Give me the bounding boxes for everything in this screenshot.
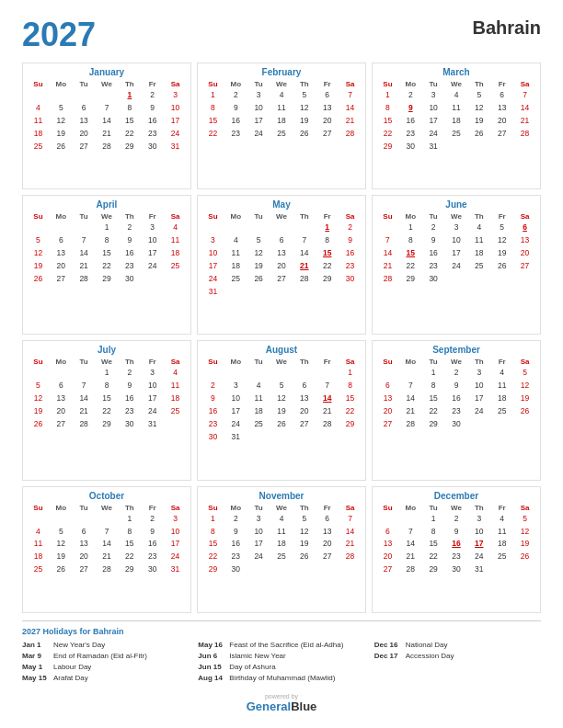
day: 20 xyxy=(376,551,399,563)
holiday-date: Jan 1 xyxy=(22,640,50,651)
day: 14 xyxy=(96,115,119,128)
day: 21 xyxy=(73,260,96,273)
day-empty xyxy=(293,367,316,380)
country-title: Bahrain xyxy=(473,18,541,37)
day: 5 xyxy=(513,367,536,380)
day-empty xyxy=(27,222,50,234)
day-empty xyxy=(27,367,50,380)
day: 26 xyxy=(293,551,316,563)
holiday-column: Dec 16National DayDec 17Accession Day xyxy=(374,640,541,684)
day: 27 xyxy=(316,551,339,563)
day: 10 xyxy=(164,526,187,539)
day: 11 xyxy=(490,380,513,392)
day: 26 xyxy=(27,418,50,431)
day: 16 xyxy=(445,538,468,551)
holiday-date: May 16 xyxy=(198,640,225,651)
day: 16 xyxy=(141,538,164,551)
day: 16 xyxy=(118,392,141,405)
holiday-name: Birthday of Muhammad (Mawlid) xyxy=(229,673,335,684)
day: 2 xyxy=(118,367,141,380)
footer: powered by GeneralBlue xyxy=(22,693,541,713)
day: 15 xyxy=(201,538,224,551)
day: 10 xyxy=(164,102,187,115)
day-empty xyxy=(50,89,73,102)
day-empty xyxy=(50,367,73,380)
day: 22 xyxy=(201,551,224,563)
page-header: 2027 Bahrain xyxy=(22,18,541,51)
day: 27 xyxy=(73,563,96,576)
day: 31 xyxy=(164,563,187,576)
days-grid: 1234567891011121314151617181920212223242… xyxy=(201,367,362,443)
day: 5 xyxy=(490,222,513,234)
day: 11 xyxy=(270,102,293,115)
holiday-name: Islamic New Year xyxy=(229,651,285,662)
day: 20 xyxy=(316,115,339,128)
month-block-september: SeptemberSuMoTuWeThFrSa12345678910111213… xyxy=(372,340,541,480)
day: 1 xyxy=(201,513,224,526)
day: 10 xyxy=(467,526,490,539)
day: 10 xyxy=(247,526,270,539)
day: 10 xyxy=(224,392,247,405)
day: 3 xyxy=(467,513,490,526)
day: 18 xyxy=(490,392,513,405)
day: 25 xyxy=(270,128,293,141)
month-block-july: JulySuMoTuWeThFrSa1234567891011121314151… xyxy=(22,340,191,480)
holiday-date: Jun 15 xyxy=(198,662,225,673)
day: 10 xyxy=(445,234,468,247)
day: 20 xyxy=(50,405,73,418)
day: 24 xyxy=(467,551,490,563)
day: 12 xyxy=(513,380,536,392)
day: 30 xyxy=(118,273,141,286)
day-empty xyxy=(50,513,73,526)
day: 17 xyxy=(164,538,187,551)
brand-label: GeneralBlue xyxy=(22,700,541,713)
holiday-item: Jan 1New Year's Day xyxy=(22,640,189,651)
day: 14 xyxy=(339,526,362,539)
day: 2 xyxy=(201,380,224,392)
month-block-march: MarchSuMoTuWeThFrSa123456789101112131415… xyxy=(372,63,541,189)
month-block-april: AprilSuMoTuWeThFrSa123456789101112131415… xyxy=(22,195,191,335)
day: 15 xyxy=(316,247,339,260)
day: 20 xyxy=(376,405,399,418)
holiday-column: May 16Feast of the Sacrifice (Eid al-Adh… xyxy=(198,640,364,684)
days-grid: 1234567891011121314151617181920212223242… xyxy=(376,89,536,153)
day: 2 xyxy=(118,222,141,234)
day: 15 xyxy=(96,247,119,260)
week-header: SuMoTuWeThFrSa xyxy=(201,357,362,367)
day-empty xyxy=(247,222,270,234)
day: 30 xyxy=(445,563,468,576)
day: 29 xyxy=(376,141,399,154)
day-empty xyxy=(270,367,293,380)
day: 3 xyxy=(247,89,270,102)
day: 4 xyxy=(27,102,50,115)
day: 28 xyxy=(316,418,339,431)
day: 26 xyxy=(247,273,270,286)
day: 17 xyxy=(247,538,270,551)
days-grid: 1234567891011121314151617181920212223242… xyxy=(201,222,362,298)
day: 1 xyxy=(96,367,119,380)
day: 5 xyxy=(293,513,316,526)
day: 13 xyxy=(73,538,96,551)
month-name: February xyxy=(201,67,362,77)
day: 18 xyxy=(445,115,468,128)
holiday-item: Jun 6Islamic New Year xyxy=(198,651,364,662)
day: 3 xyxy=(445,222,468,234)
day: 27 xyxy=(513,260,536,273)
day: 9 xyxy=(118,234,141,247)
day: 27 xyxy=(293,418,316,431)
day: 31 xyxy=(224,431,247,444)
day: 6 xyxy=(270,234,293,247)
day: 7 xyxy=(339,89,362,102)
holiday-name: Day of Ashura xyxy=(229,662,275,673)
day: 15 xyxy=(118,538,141,551)
day: 23 xyxy=(118,260,141,273)
holiday-name: National Day xyxy=(406,640,448,651)
day: 17 xyxy=(422,115,445,128)
day: 22 xyxy=(316,260,339,273)
day: 1 xyxy=(376,89,399,102)
day: 3 xyxy=(201,234,224,247)
day-empty xyxy=(247,367,270,380)
day: 28 xyxy=(73,273,96,286)
day: 6 xyxy=(50,380,73,392)
day: 8 xyxy=(422,526,445,539)
